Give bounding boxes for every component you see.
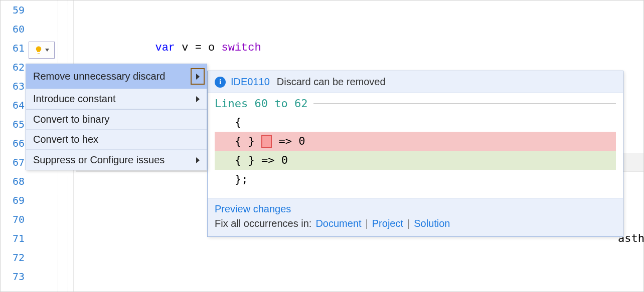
line-number: 69 [1, 191, 25, 210]
fix-document-link[interactable]: Document [315, 218, 361, 229]
fix-solution-link[interactable]: Solution [414, 218, 450, 229]
menu-item-remove-discard[interactable]: Remove unnecessary discard [26, 64, 207, 89]
line-number: 62 [1, 58, 25, 77]
menu-item-convert-binary[interactable]: Convert to binary [26, 110, 207, 130]
code-line [76, 267, 643, 286]
quick-actions-menu: Remove unnecessary discard Introduce con… [26, 64, 207, 170]
line-number: 61 [1, 39, 25, 58]
chevron-right-icon [196, 74, 200, 80]
removed-token: _ [261, 135, 272, 148]
line-number: 63 [1, 77, 25, 96]
separator: | [407, 218, 410, 229]
info-icon: i [215, 77, 226, 88]
line-number: 64 [1, 96, 25, 115]
menu-item-label: Introduce constant [33, 93, 116, 105]
menu-item-label: Convert to binary [33, 114, 109, 125]
line-number: 68 [1, 172, 25, 191]
line-number: 70 [1, 210, 25, 229]
lightbulb-button[interactable] [29, 42, 55, 59]
separator: | [366, 218, 368, 229]
diagnostic-id: IDE0110 [231, 76, 270, 88]
divider-line [313, 103, 616, 104]
diagnostic-description: Discard can be removed [277, 76, 386, 88]
menu-item-convert-hex[interactable]: Convert to hex [26, 130, 207, 150]
diff-removed-line: { } _ => 0 [215, 132, 616, 151]
menu-item-suppress-configure[interactable]: Suppress or Configure issues [26, 150, 207, 170]
line-number: 65 [1, 115, 25, 134]
lightbulb-icon [34, 46, 43, 55]
preview-body: Lines 60 to 62 { { } _ => 0 { } => 0 }; [208, 93, 623, 198]
line-number: 66 [1, 134, 25, 153]
preview-changes-link[interactable]: Preview changes [215, 203, 291, 214]
chevron-down-icon [45, 49, 49, 52]
fix-project-link[interactable]: Project [372, 218, 403, 229]
menu-item-label: Convert to hex [33, 134, 98, 145]
line-number: 72 [1, 248, 25, 267]
line-number: 73 [1, 267, 25, 286]
line-number: 60 [1, 20, 25, 39]
chevron-right-icon [196, 157, 200, 163]
diff-range-text: Lines 60 to 62 [215, 97, 307, 110]
submenu-indicator [191, 68, 205, 85]
diff-context-line: { [215, 113, 616, 132]
menu-item-introduce-constant[interactable]: Introduce constant [26, 89, 207, 109]
line-number: 71 [1, 229, 25, 248]
fix-all-label: Fix all occurrences in: [215, 218, 311, 229]
preview-header: i IDE0110 Discard can be removed [208, 71, 623, 93]
chevron-right-icon [196, 96, 200, 102]
menu-item-label: Remove unnecessary discard [33, 71, 165, 82]
line-number-gutter: 59 60 61 62 63 64 65 66 67 68 69 70 71 7… [1, 1, 29, 291]
code-line: var v = o switch [76, 39, 643, 58]
line-number: 67 [1, 153, 25, 172]
fix-preview-panel: i IDE0110 Discard can be removed Lines 6… [207, 71, 623, 237]
line-number: 59 [1, 1, 25, 20]
diff-added-line: { } => 0 [215, 151, 616, 170]
preview-footer: Preview changes Fix all occurrences in: … [208, 198, 623, 236]
diff-context-line: }; [215, 170, 616, 189]
diff-range-label: Lines 60 to 62 [215, 97, 616, 110]
menu-item-label: Suppress or Configure issues [33, 154, 165, 166]
